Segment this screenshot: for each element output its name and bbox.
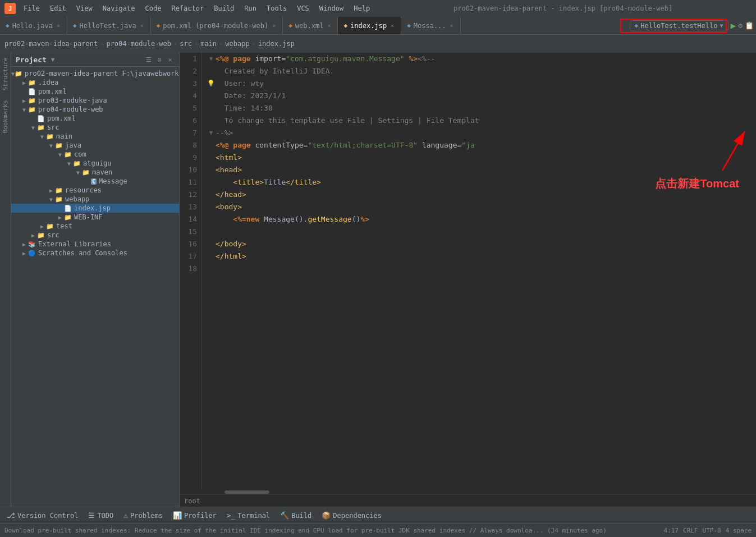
- code-text-8: <%@ page contentType="text/html;charset=…: [216, 139, 475, 152]
- tab-close-hellotest-java[interactable]: ✕: [139, 22, 145, 29]
- tree-item-8[interactable]: ▼ 📁 java: [11, 141, 179, 150]
- bottom-btn-build[interactable]: 🔨Build: [276, 510, 316, 521]
- tree-item-17[interactable]: ▶ 📁 test: [11, 222, 179, 231]
- breadcrumb-item-2[interactable]: src: [180, 40, 192, 48]
- tree-item-4[interactable]: ▼ 📁 pro04-module-web: [11, 105, 179, 114]
- sidebar-close-icon[interactable]: ✕: [166, 55, 175, 64]
- tree-item-19[interactable]: ▶ 📚 External Libraries: [11, 240, 179, 249]
- run-config-button[interactable]: ◆ HelloTest.testHello ▼: [630, 20, 728, 31]
- tab-close-message[interactable]: ✕: [449, 22, 455, 29]
- tab-label-message: Messa...: [414, 22, 446, 30]
- tree-item-12[interactable]: C Message: [11, 177, 179, 186]
- coverage-icon[interactable]: 📋: [745, 21, 754, 30]
- tab-close-pom-xml[interactable]: ✕: [271, 22, 277, 29]
- bottom-btn-terminal[interactable]: >_Terminal: [222, 510, 274, 521]
- tab-index-jsp[interactable]: ◆index.jsp✕: [338, 17, 401, 34]
- code-line-15: [207, 226, 756, 238]
- breadcrumb-item-4[interactable]: webapp: [225, 40, 249, 48]
- tree-item-6[interactable]: ▼ 📁 src: [11, 123, 179, 132]
- tree-node-icon-9: 📁: [64, 151, 72, 158]
- line-number-16: 16: [184, 238, 197, 250]
- editor-content[interactable]: 123456789101112131415161718 ▼<%@ page im…: [180, 53, 756, 490]
- class-icon-12: C: [91, 178, 97, 185]
- tab-message[interactable]: ◆Messa...✕: [401, 17, 460, 34]
- code-line-16: </body>: [207, 238, 756, 250]
- breadcrumb-item-5[interactable]: index.jsp: [258, 40, 295, 48]
- tree-item-11[interactable]: ▼ 📁 maven: [11, 168, 179, 177]
- menu-item-navigate[interactable]: Navigate: [98, 3, 140, 13]
- tree-item-0[interactable]: ▼ 📁 pro02-maven-idea-parent F:\javawebwo…: [11, 69, 179, 78]
- sidebar-settings-icon[interactable]: ⚙: [155, 55, 164, 64]
- project-tree: ▼ 📁 pro02-maven-idea-parent F:\javawebwo…: [11, 67, 179, 507]
- menu-item-refactor[interactable]: Refactor: [167, 3, 208, 13]
- sidebar-collapse-icon[interactable]: ☰: [144, 55, 153, 64]
- menu-item-code[interactable]: Code: [141, 3, 166, 13]
- menu-item-file[interactable]: File: [19, 3, 44, 13]
- bottom-btn-profiler[interactable]: 📊Profiler: [168, 510, 221, 521]
- tree-item-5[interactable]: 📄 pom.xml: [11, 114, 179, 123]
- gutter-15: [207, 226, 216, 238]
- bottom-btn-problems[interactable]: ⚠Problems: [119, 510, 167, 521]
- code-content[interactable]: ▼<%@ page import="com.atguigu.maven.Mess…: [202, 53, 756, 490]
- tab-close-index-jsp[interactable]: ✕: [390, 22, 395, 29]
- tree-item-10[interactable]: ▼ 📁 atguigu: [11, 159, 179, 168]
- menu-item-build[interactable]: Build: [209, 3, 239, 13]
- bottom-btn-todo[interactable]: ☰TODO: [84, 510, 118, 521]
- tree-item-14[interactable]: ▼ 📁 webapp: [11, 195, 179, 204]
- menu-item-window[interactable]: Window: [315, 3, 348, 13]
- tree-arrow-8: ▼: [47, 143, 55, 149]
- tree-item-7[interactable]: ▼ 📁 main: [11, 132, 179, 141]
- tree-item-9[interactable]: ▼ 📁 com: [11, 150, 179, 159]
- sidebar-dropdown-icon[interactable]: ▼: [51, 56, 55, 63]
- breadcrumb-item-3[interactable]: main: [200, 40, 217, 48]
- tree-arrow-13: ▶: [47, 187, 55, 194]
- fold-icon-1[interactable]: ▼: [207, 53, 216, 65]
- tree-item-3[interactable]: ▶ 📁 pro03-moduke-java: [11, 96, 179, 105]
- bottom-btn-icon-todo: ☰: [88, 511, 95, 520]
- horizontal-scrollbar[interactable]: [180, 490, 756, 494]
- bottom-btn-version-control[interactable]: ⎇Version Control: [2, 510, 83, 521]
- tree-item-1[interactable]: ▶ 📁 .idea: [11, 78, 179, 87]
- tab-close-hello-java[interactable]: ✕: [56, 22, 61, 29]
- menu-item-help[interactable]: Help: [349, 3, 374, 13]
- tree-item-2[interactable]: 📄 pom.xml: [11, 87, 179, 96]
- gutter-16: [207, 238, 216, 250]
- tree-item-20[interactable]: ▶ 🔵 Scratches and Consoles: [11, 249, 179, 258]
- breadcrumb-item-1[interactable]: pro04-module-web: [106, 40, 171, 48]
- menu-item-vcs[interactable]: VCS: [292, 3, 314, 13]
- fold-icon-7[interactable]: ▼: [207, 127, 216, 139]
- tree-item-18[interactable]: ▶ 📁 src: [11, 231, 179, 240]
- run-config-dropdown-icon[interactable]: ▼: [720, 22, 723, 29]
- menu-item-edit[interactable]: Edit: [45, 3, 71, 13]
- tree-node-label-15: index.jsp: [74, 204, 111, 212]
- structure-tab[interactable]: Structure: [0, 53, 11, 95]
- bottom-btn-label-terminal: Terminal: [237, 512, 270, 520]
- build-icon[interactable]: ⚙: [738, 21, 743, 30]
- tab-label-hello-java: Hello.java: [12, 22, 53, 30]
- bookmarks-tab[interactable]: Bookmarks: [0, 95, 11, 138]
- code-line-17: </html>: [207, 250, 756, 263]
- code-line-1: ▼<%@ page import="com.atguigu.maven.Mess…: [207, 53, 756, 65]
- tab-pom-xml[interactable]: ◆pom.xml (pro04-module-web)✕: [151, 17, 283, 34]
- tree-node-icon-19: 📚: [28, 241, 36, 248]
- tab-hello-java[interactable]: ◆Hello.java✕: [0, 17, 67, 34]
- tree-item-13[interactable]: ▶ 📁 resources: [11, 186, 179, 195]
- bulb-icon-3[interactable]: 💡: [207, 77, 216, 90]
- menu-item-run[interactable]: Run: [240, 3, 261, 13]
- tab-close-web-xml[interactable]: ✕: [326, 22, 332, 29]
- line-number-17: 17: [184, 250, 197, 263]
- tree-node-label-20: Scratches and Consoles: [38, 249, 127, 257]
- tree-node-label-11: maven: [92, 168, 112, 176]
- menu-item-tools[interactable]: Tools: [262, 3, 291, 13]
- bottom-btn-dependencies[interactable]: 📦Dependencies: [317, 510, 386, 521]
- tree-item-15[interactable]: 📄 index.jsp: [11, 204, 179, 213]
- menu-item-view[interactable]: View: [72, 3, 97, 13]
- editor-area: 123456789101112131415161718 ▼<%@ page im…: [180, 53, 756, 507]
- menu-bar[interactable]: FileEditViewNavigateCodeRefactorBuildRun…: [19, 3, 374, 13]
- tree-item-16[interactable]: ▶ 📁 WEB-INF: [11, 213, 179, 222]
- run-button[interactable]: ▶: [731, 20, 736, 31]
- breadcrumb-item-0[interactable]: pro02-maven-idea-parent: [4, 40, 98, 48]
- folder-icon-17: 📁: [46, 223, 54, 230]
- tab-hellotest-java[interactable]: ◆HelloTest.java✕: [67, 17, 151, 34]
- tab-web-xml[interactable]: ◆web.xml✕: [283, 17, 338, 34]
